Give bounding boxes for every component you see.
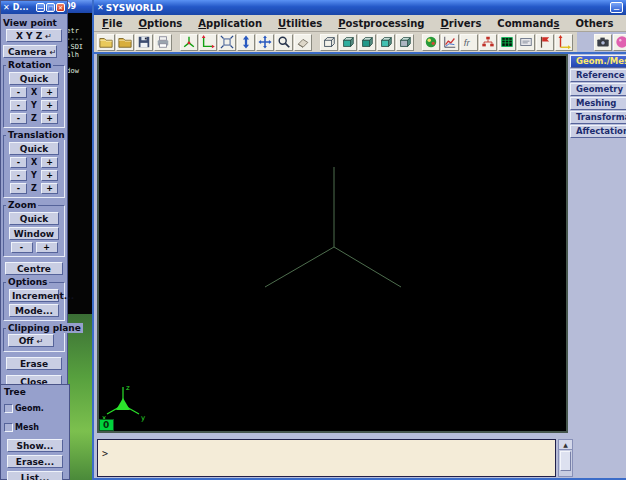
z-minus-button[interactable]: - [10, 183, 27, 194]
panel-button-reference[interactable]: Reference [570, 69, 626, 82]
panel-button-geom-mesh[interactable]: Geom./Mesh [570, 55, 626, 68]
command-scrollbar[interactable]: ▲ [558, 439, 573, 477]
panel-button-transformation[interactable]: Transformation [570, 111, 626, 124]
rotation-quick-button[interactable]: Quick [9, 72, 59, 85]
tree-erase-button[interactable]: Erase... [7, 455, 63, 468]
return-glyph: ↵ [37, 337, 44, 346]
scrollbar-thumb[interactable] [560, 451, 571, 471]
camera-option-button[interactable]: Camera↵ [3, 45, 57, 58]
mode-button[interactable]: Mode... [9, 304, 59, 317]
pan-button[interactable] [256, 34, 274, 51]
menu-application[interactable]: Application [190, 18, 270, 29]
centre-button[interactable]: Centre [5, 262, 63, 275]
shaded-view-button[interactable] [339, 34, 357, 51]
minimize-button[interactable]: — [36, 3, 45, 12]
mesh-grid-icon [500, 35, 514, 49]
z-plus-button[interactable]: + [41, 183, 58, 194]
zoom-extents-button[interactable] [218, 34, 236, 51]
panel-button-meshing[interactable]: Meshing [570, 97, 626, 110]
x-minus-button[interactable]: - [10, 157, 27, 168]
zoom-icon [277, 35, 291, 49]
clipping-off-option-button[interactable]: Off↵ [8, 334, 54, 347]
mesh-grid-button[interactable] [498, 34, 516, 51]
import-file-button[interactable] [116, 34, 134, 51]
erase-button[interactable]: Erase [6, 357, 62, 370]
tree-panel: Tree Geom.Mesh Show...Erase...List...Des… [0, 384, 70, 480]
material-view-button[interactable] [422, 34, 440, 51]
rotation-group-label: Rotation [6, 60, 53, 70]
open-file-button[interactable] [97, 34, 115, 51]
label-button[interactable] [517, 34, 535, 51]
snapshot-button[interactable] [594, 34, 612, 51]
menu-commands[interactable]: Commands [489, 18, 567, 29]
erase-display-icon [296, 35, 310, 49]
hidden-line-view-icon [398, 35, 412, 49]
global-axes-figure [99, 56, 566, 431]
command-area[interactable]: > [97, 439, 556, 477]
panel-button-affectation[interactable]: Affectation [570, 125, 626, 138]
rotation-axis-rows: -X+-Y+-Z+ [6, 87, 62, 124]
y-plus-button[interactable]: + [41, 170, 58, 181]
toolbar [94, 32, 626, 52]
flag-icon [538, 35, 552, 49]
curve-plot-button[interactable] [441, 34, 459, 51]
main-window-title: SYSWORLD [106, 3, 610, 13]
view-axes-button[interactable] [180, 34, 198, 51]
increment-button[interactable]: Increment... [9, 289, 59, 302]
panel-button-geometry[interactable]: Geometry [570, 83, 626, 96]
flag-button[interactable] [536, 34, 554, 51]
shaded-outline-view-button[interactable] [358, 34, 376, 51]
wireframe-view-button[interactable] [320, 34, 338, 51]
checkbox-label: Geom. [15, 404, 44, 413]
menu-utilities[interactable]: Utilities [270, 18, 330, 29]
viewpoint-titlebar[interactable]: ✕ D... — □ ✕ [1, 1, 67, 14]
font-button[interactable] [460, 34, 478, 51]
tree-list-button[interactable]: List... [7, 471, 63, 480]
scroll-up-icon[interactable]: ▲ [559, 440, 572, 450]
y-minus-button[interactable]: - [10, 100, 27, 111]
erase-display-button[interactable] [294, 34, 312, 51]
triad-z-label: z [126, 384, 130, 392]
zoom-window-button[interactable]: Window [9, 227, 59, 240]
shaded-edges-view-icon [379, 35, 393, 49]
checkbox-mesh[interactable]: Mesh [4, 423, 39, 432]
toolbar-strip [94, 32, 577, 52]
zoom-plus-button[interactable]: + [36, 242, 58, 253]
shaded-edges-view-button[interactable] [377, 34, 395, 51]
main-titlebar[interactable]: ✕ SYSWORLD — [94, 0, 626, 15]
menu-options[interactable]: Options [130, 18, 190, 29]
close-icon[interactable]: ✕ [56, 3, 65, 12]
zoom-button[interactable] [275, 34, 293, 51]
checkbox-geom[interactable]: Geom. [4, 404, 44, 413]
zoom-vertical-button[interactable] [237, 34, 255, 51]
menu-drivers[interactable]: Drivers [432, 18, 489, 29]
palette-button[interactable] [613, 34, 626, 51]
x-minus-button[interactable]: - [10, 87, 27, 98]
xyz-button[interactable]: X Y Z↵ [6, 29, 62, 42]
hidden-line-view-button[interactable] [396, 34, 414, 51]
zoom-minus-button[interactable]: - [11, 242, 33, 253]
translation-quick-button[interactable]: Quick [9, 142, 59, 155]
z-minus-button[interactable]: - [10, 113, 27, 124]
origin-axes-button[interactable] [199, 34, 217, 51]
entity-tree-button[interactable] [479, 34, 497, 51]
clipping-plane-label: Clipping plane [6, 323, 83, 333]
x-plus-button[interactable]: + [41, 157, 58, 168]
tree-buttons: Show...Erase...List...Destroy...Close [1, 439, 69, 480]
x-plus-button[interactable]: + [41, 87, 58, 98]
save-button[interactable] [135, 34, 153, 51]
menu-postprocessing[interactable]: Postprocessing [330, 18, 432, 29]
y-plus-button[interactable]: + [41, 100, 58, 111]
z-plus-button[interactable]: + [41, 113, 58, 124]
menu-others[interactable]: Others [567, 18, 621, 29]
print-button[interactable] [154, 34, 172, 51]
zoom-group-label: Zoom [6, 200, 38, 210]
menu-file[interactable]: File [94, 18, 130, 29]
graphics-viewport[interactable]: z x y 0 [97, 54, 568, 433]
minimize-button[interactable]: — [610, 2, 623, 13]
zoom-quick-button[interactable]: Quick [9, 212, 59, 225]
maximize-button[interactable]: □ [46, 3, 55, 12]
y-minus-button[interactable]: - [10, 170, 27, 181]
local-axes-button[interactable] [555, 34, 573, 51]
tree-show-button[interactable]: Show... [7, 439, 63, 452]
